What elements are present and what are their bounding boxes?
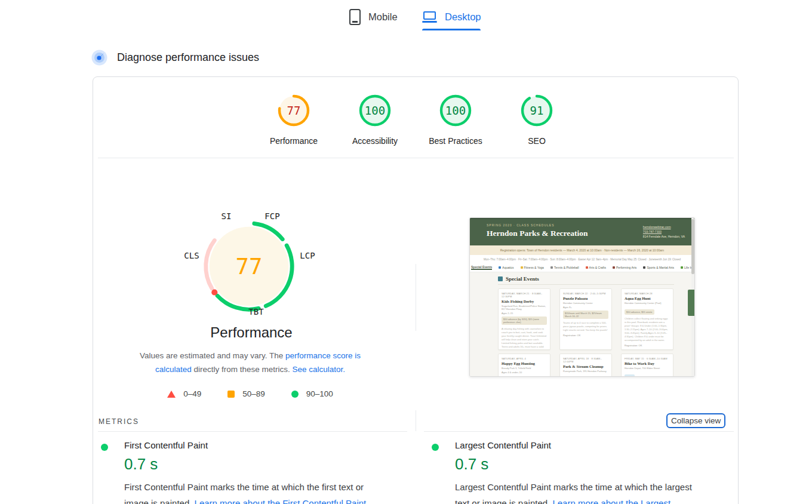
cls-red-dot: [211, 289, 217, 295]
column-divider-top: [416, 264, 416, 331]
gauge-label-tbt: TBT: [248, 307, 263, 316]
event-card: SATURDAY, MARCH 21 · 8:30AM–12:30PM Kids…: [498, 288, 550, 350]
thumb-body: Special Events SATURDAY, MARCH 21 · 8:30…: [470, 272, 694, 377]
gauge-title: Performance: [168, 324, 335, 341]
thumb-tab-sports: Sports & Martial Arts: [643, 266, 674, 269]
thumb-site-url: herndonwebtrac.com: [643, 225, 685, 229]
thumb-section-header: Special Events: [498, 276, 694, 282]
accessibility-score-value: 100: [358, 94, 392, 127]
metric-first-contentful-paint: First Contentful Paint 0.7 s First Conte…: [101, 440, 382, 504]
thumb-scrollbar-thumb: [691, 219, 694, 274]
final-screenshot-thumbnail: SPRING 2020 · CLASS SCHEDULES Herndon Pa…: [469, 217, 695, 377]
event-card: SUNDAY, MARCH 22 · 2:00–5:30PM Puzzle Pa…: [559, 288, 612, 350]
metric-value: 0.7 s: [124, 455, 382, 474]
seo-score-value: 91: [520, 94, 553, 127]
average-square-icon: [227, 391, 235, 398]
score-performance[interactable]: 77 Performance: [252, 94, 336, 146]
see-calculator-link[interactable]: See calculator.: [293, 365, 346, 374]
metric-name: First Contentful Paint: [124, 440, 382, 450]
best-practices-score-label: Best Practices: [414, 136, 497, 146]
tab-desktop[interactable]: Desktop: [422, 6, 481, 27]
seo-score-label: SEO: [495, 136, 579, 146]
good-dot-icon: [101, 444, 108, 451]
thumb-event-cards: SATURDAY, MARCH 21 · 8:30AM–12:30PM Kids…: [498, 288, 674, 377]
event-card: FRIDAY, MAY 15 · 6:30AM–10:30AM Bike to …: [621, 354, 673, 377]
score-accessibility[interactable]: 100 Accessibility: [333, 94, 417, 146]
page-title: Diagnose performance issues: [117, 51, 259, 64]
column-divider-bottom: [416, 410, 416, 431]
score-legend: 0–49 50–89 90–100: [123, 389, 377, 398]
thumb-tab-special-events: Special Events: [471, 265, 492, 270]
estimate-disclaimer: Values are estimated and may vary. The p…: [123, 349, 377, 376]
best-practices-score-value: 100: [439, 94, 472, 127]
thumb-nav-tabs: Special Events Aquatics Fitness & Yoga T…: [470, 263, 694, 272]
thumb-site-phone: 703-787-7300: [643, 229, 685, 234]
score-seo[interactable]: 91 SEO: [495, 94, 579, 146]
thumb-tab-tennis: Tennis & Pickleball: [550, 266, 579, 269]
metrics-divider-left: [98, 431, 407, 432]
performance-score-value: 77: [277, 94, 310, 127]
thumb-tab-fitness: Fitness & Yoga: [521, 266, 544, 269]
thumb-contact-block: herndonwebtrac.com 703-787-7300 814 Fern…: [643, 225, 685, 239]
thumb-feedback-tab: [688, 290, 694, 316]
collapse-view-button[interactable]: Collapse view: [666, 413, 725, 428]
scores-divider: [98, 158, 734, 158]
diagnose-header: Diagnose performance issues: [91, 50, 259, 66]
disclaimer-text-1: Values are estimated and may vary. The: [140, 351, 285, 360]
legend-good-range: 90–100: [306, 389, 333, 398]
metric-description: First Contentful Paint marks the time at…: [124, 479, 378, 504]
legend-average: 50–89: [227, 389, 265, 398]
thumb-tab-aquatics: Aquatics: [499, 266, 513, 269]
legend-good: 90–100: [291, 389, 333, 398]
event-card: SATURDAY, APRIL 18 · 8:30AM–12:00PM Park…: [559, 354, 612, 377]
good-dot-icon: [432, 444, 439, 451]
gauge-rings: 77: [198, 216, 300, 317]
thumb-site-header: SPRING 2020 · CLASS SCHEDULES Herndon Pa…: [470, 218, 694, 245]
metric-largest-contentful-paint: Largest Contentful Paint 0.7 s Largest C…: [432, 440, 712, 504]
tab-desktop-label: Desktop: [445, 11, 481, 23]
metric-value: 0.7 s: [455, 455, 712, 474]
active-tab-underline: [422, 29, 481, 30]
tab-mobile-label: Mobile: [368, 11, 398, 23]
calendar-icon: [498, 276, 503, 281]
mobile-phone-icon: [349, 9, 361, 25]
results-card: 77 Performance 100 Accessibility 100 Bes…: [93, 76, 739, 504]
tab-mobile[interactable]: Mobile: [349, 6, 398, 27]
gauge-label-lcp: LCP: [300, 251, 315, 260]
legend-fail-range: 0–49: [183, 389, 201, 398]
desktop-laptop-icon: [422, 11, 437, 23]
disclaimer-text-2: directly from these metrics.: [192, 365, 293, 374]
accessibility-score-label: Accessibility: [333, 136, 417, 146]
gauge-label-fcp: FCP: [264, 211, 279, 221]
thumb-tab-arts: Arts & Crafts: [586, 266, 606, 269]
metric-description: Largest Contentful Paint marks the time …: [455, 479, 709, 504]
score-best-practices[interactable]: 100 Best Practices: [414, 94, 497, 146]
performance-score-label: Performance: [252, 136, 336, 146]
thumb-registration-bar: Registration opens: Town of Herndon resi…: [470, 245, 694, 255]
gauge-label-cls: CLS: [184, 251, 199, 260]
event-card: SATURDAY, APRIL 4 Hoppy Egg Hunting Brea…: [498, 354, 550, 377]
metrics-divider-right: [424, 431, 734, 432]
good-circle-icon: [291, 391, 299, 398]
metrics-heading: METRICS: [99, 417, 139, 426]
metric-name: Largest Contentful Paint: [455, 440, 712, 450]
thumb-section-rule: [498, 284, 674, 285]
gauge-score-value: 77: [235, 253, 262, 279]
thumb-hours-bar: Mon–Thu: 7:00am–4:00pm · Fri–Sat: 7:00am…: [470, 255, 694, 263]
legend-average-range: 50–89: [242, 389, 265, 398]
fcp-learn-more-link[interactable]: Learn more about the First Contentful Pa…: [195, 498, 367, 504]
fail-triangle-icon: [167, 391, 176, 398]
legend-fail: 0–49: [167, 389, 201, 398]
event-card: SATURDAY, MARCH 28 Aqua Egg Hunt Herndon…: [621, 288, 673, 350]
gauge-label-si: SI: [222, 211, 232, 221]
thumb-tab-performing: Performing Arts: [613, 266, 636, 269]
speedometer-icon: [91, 50, 107, 66]
thumb-section-title: Special Events: [506, 276, 539, 282]
thumb-site-address: 814 Ferndale Ave, Herndon, VA: [643, 235, 685, 238]
